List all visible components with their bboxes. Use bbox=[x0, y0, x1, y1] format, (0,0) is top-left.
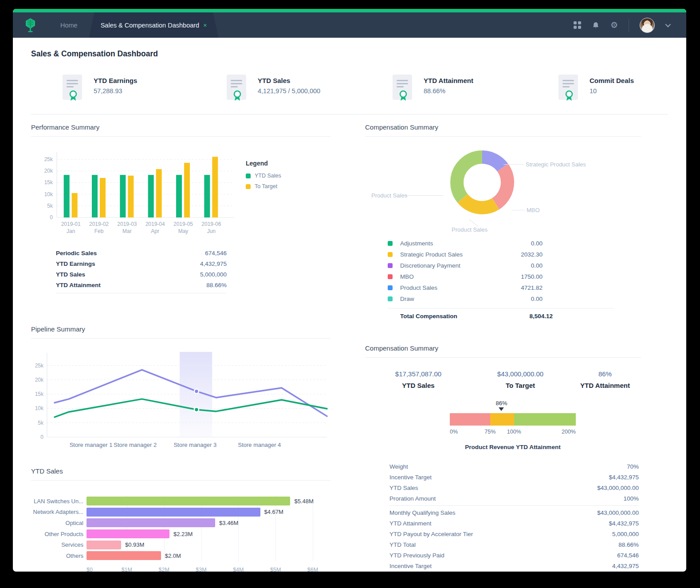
table-row: YTD Total88.66% bbox=[389, 540, 639, 550]
legend-swatch bbox=[388, 285, 393, 290]
navbar-divider bbox=[629, 19, 629, 32]
compensation-donut-chart[interactable] bbox=[444, 145, 520, 220]
section-pipeline-summary: Pipeline Summary 05k10k15k20k25kStore ma… bbox=[31, 325, 330, 458]
document-award-icon bbox=[558, 75, 578, 100]
bar-to-target bbox=[156, 169, 162, 217]
ytd-sales-bar-chart[interactable]: LAN Switches Un...$5.48MNetwork Adapters… bbox=[31, 496, 330, 572]
stat-label: YTD Sales bbox=[365, 382, 472, 389]
svg-text:Feb: Feb bbox=[94, 228, 104, 234]
row-value: 5,000,000 bbox=[200, 271, 227, 278]
app-window: Home Sales & Compensation Dashboard × ⚙ … bbox=[13, 9, 686, 572]
document-award-icon bbox=[393, 75, 412, 100]
apps-grid-icon[interactable] bbox=[574, 21, 581, 29]
legend-swatch bbox=[388, 274, 393, 279]
gauge-marker-label: 86% bbox=[496, 400, 507, 406]
legend-row: Adjustments0.00 bbox=[388, 238, 543, 249]
total-label: Total Compensation bbox=[400, 313, 457, 320]
callout-line bbox=[404, 195, 443, 196]
legend-label: MBO bbox=[400, 273, 414, 280]
row-value: $43,000,000.00 bbox=[597, 509, 639, 516]
legend-value: 0.00 bbox=[531, 296, 543, 302]
svg-text:2019-06: 2019-06 bbox=[201, 221, 221, 227]
bar-ytd-sales bbox=[64, 175, 70, 217]
bar-to-target bbox=[212, 157, 218, 217]
bar-to-target bbox=[184, 163, 190, 217]
bar-ytd-sales bbox=[204, 175, 210, 217]
row-label: Proration Amount bbox=[389, 495, 436, 502]
brand-accent-strip bbox=[13, 9, 686, 12]
user-avatar[interactable] bbox=[640, 18, 655, 33]
legend-label: Strategic Product Sales bbox=[400, 251, 463, 258]
gauge-caption: Product Revenue YTD Attainment bbox=[450, 444, 576, 450]
nav-item-home[interactable]: Home bbox=[49, 12, 89, 38]
legend-row: Strategic Product Sales2032.30 bbox=[388, 249, 543, 260]
donut-callout: Strategic Product Sales bbox=[526, 161, 586, 168]
table-row: Weight70% bbox=[389, 461, 639, 472]
bar-to-target bbox=[100, 178, 106, 217]
legend-item-ytd-sales[interactable]: YTD Sales bbox=[246, 173, 281, 179]
kpi-label: YTD Attainment bbox=[424, 77, 473, 84]
legend-row: Discretionary Payment0.00 bbox=[388, 260, 543, 271]
gear-icon[interactable]: ⚙ bbox=[610, 21, 618, 29]
nav-tab-label: Sales & Compensation Dashboard bbox=[101, 22, 199, 29]
table-row: Periodic Sales674,546 bbox=[56, 248, 227, 258]
compensation-legend-table: Adjustments0.00Strategic Product Sales20… bbox=[365, 238, 543, 304]
donut-chart-area[interactable]: Strategic Product Sales MBO Product Sale… bbox=[365, 140, 641, 234]
hover-point-pipeline-upper bbox=[194, 389, 199, 394]
row-label: YTD Attainment bbox=[56, 282, 101, 288]
row-label: YTD Previously Paid bbox=[389, 552, 444, 559]
legend-label: Discretionary Payment bbox=[400, 262, 460, 269]
section-title: Pipeline Summary bbox=[31, 325, 330, 339]
stats-row: $17,357,087.00 YTD Sales $43,000,000.00 … bbox=[365, 370, 641, 389]
bar-ytd-sales bbox=[92, 175, 98, 217]
tab-close-icon[interactable]: × bbox=[203, 22, 207, 29]
svg-text:20k: 20k bbox=[44, 168, 53, 174]
row-label: Incentive Target bbox=[389, 563, 432, 569]
gauge-tick-label: 100% bbox=[507, 429, 521, 435]
bar[interactable] bbox=[87, 518, 215, 527]
stat-value: 86% bbox=[569, 370, 641, 378]
stat-ytd-sales: $17,357,087.00 YTD Sales bbox=[365, 370, 472, 389]
callout-line bbox=[511, 210, 525, 210]
svg-text:Store manager 3: Store manager 3 bbox=[173, 442, 216, 448]
bar-row: Other Products$2.23M bbox=[31, 529, 330, 540]
bar[interactable] bbox=[87, 529, 169, 538]
svg-text:25k: 25k bbox=[35, 363, 44, 369]
svg-text:15k: 15k bbox=[35, 391, 44, 397]
legend-item-to-target[interactable]: To Target bbox=[246, 183, 281, 189]
hbar-axis: $0$1M$2M$3M$4M$5M$6M bbox=[90, 567, 330, 572]
table-row: YTD Previously Paid674,546 bbox=[389, 550, 639, 561]
row-label: YTD Payout by Accelerator Tier bbox=[389, 531, 473, 537]
app-logo[interactable] bbox=[13, 12, 49, 38]
compensation-detail-table: Weight70%Incentive Target$4,432,975YTD S… bbox=[365, 461, 639, 572]
row-value: 100% bbox=[623, 495, 639, 502]
bar[interactable] bbox=[87, 541, 121, 549]
svg-text:Store manager 4: Store manager 4 bbox=[238, 442, 281, 448]
bar[interactable] bbox=[87, 497, 290, 505]
chevron-down-icon[interactable] bbox=[665, 22, 671, 28]
row-value: 5,000,000 bbox=[612, 531, 639, 537]
row-label: Monthly Qualifying Sales bbox=[389, 509, 456, 516]
pipeline-line-chart[interactable]: 05k10k15k20k25kStore manager 1Store mana… bbox=[31, 349, 330, 456]
performance-bar-chart[interactable]: 05k10k15k20k25k2019-01Jan2019-02Feb2019-… bbox=[31, 148, 240, 241]
row-value: $43,000,000.00 bbox=[597, 485, 639, 491]
total-value: 8,504.12 bbox=[529, 313, 553, 320]
kpi-card: YTD Sales4,121,975 / 5,000,000 bbox=[190, 75, 350, 100]
svg-text:Store manager 1: Store manager 1 bbox=[70, 442, 113, 448]
bar[interactable] bbox=[87, 508, 260, 517]
bell-icon[interactable] bbox=[592, 21, 600, 29]
gauge-ticks: 0%75%100%200% bbox=[450, 429, 576, 437]
bar-row: Others$2.0M bbox=[31, 550, 330, 561]
legend-label: Product Sales bbox=[400, 284, 437, 291]
gauge-tick-label: 200% bbox=[562, 429, 576, 435]
legend-label: Draw bbox=[400, 296, 414, 302]
legend-swatch bbox=[388, 296, 393, 301]
legend-swatch bbox=[388, 241, 393, 246]
table-row: Incentive Target4,432,975 bbox=[389, 561, 639, 572]
nav-tab-active[interactable]: Sales & Compensation Dashboard × bbox=[89, 12, 219, 38]
svg-text:Mar: Mar bbox=[122, 228, 132, 234]
bar-value-label: $3.46M bbox=[219, 520, 238, 526]
bar-category-label: LAN Switches Un... bbox=[31, 498, 87, 505]
donut-callout: Product Sales bbox=[452, 226, 488, 233]
bar[interactable] bbox=[87, 551, 161, 560]
